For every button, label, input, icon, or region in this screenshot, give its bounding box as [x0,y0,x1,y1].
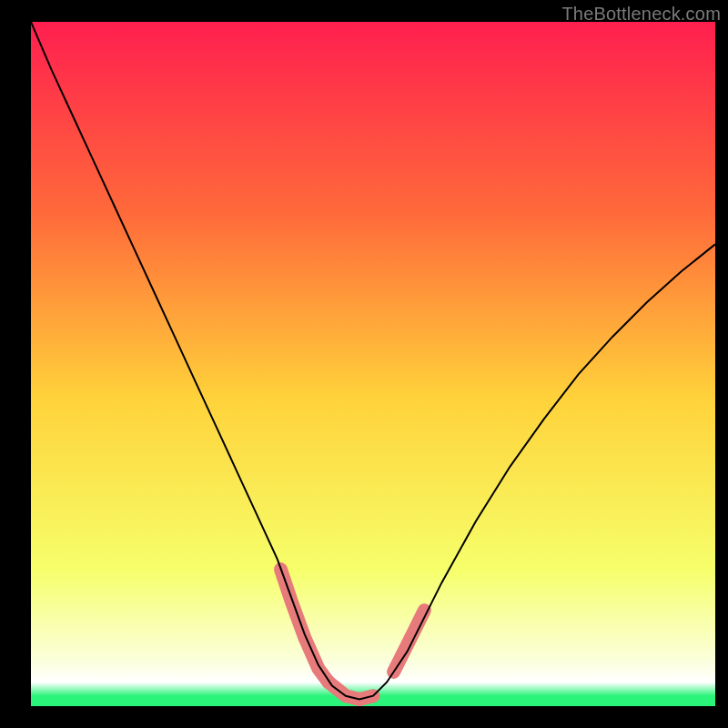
watermark-text: TheBottleneck.com [561,4,721,25]
chart-plot-area [31,22,715,706]
highlight-right-segment [394,611,425,672]
chart-frame [31,22,715,706]
bottleneck-curve [31,22,715,699]
curve-layer [31,22,715,706]
